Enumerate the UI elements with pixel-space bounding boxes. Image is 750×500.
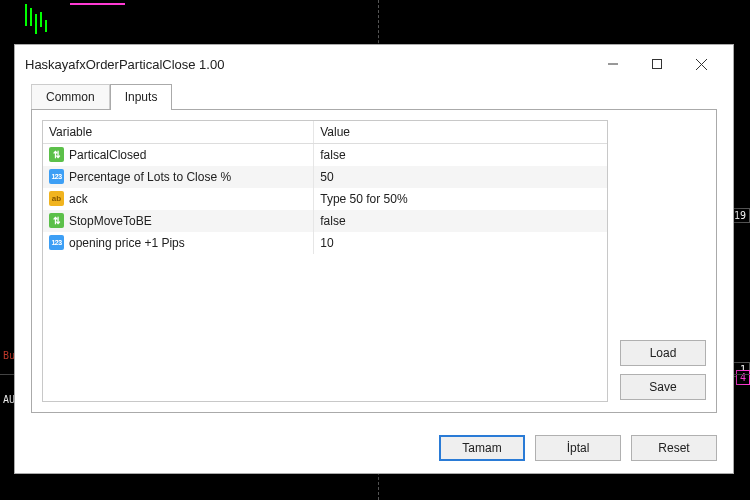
col-value[interactable]: Value	[314, 121, 607, 144]
close-button[interactable]	[679, 49, 723, 79]
tab-common[interactable]: Common	[31, 84, 110, 110]
int-icon: 123	[49, 169, 64, 184]
string-icon: ab	[49, 191, 64, 206]
dialog-buttons: Tamam İptal Reset	[15, 425, 733, 473]
titlebar: HaskayafxOrderParticalClose 1.00	[15, 45, 733, 83]
tab-panel: Variable Value ⇅ParticalClosed false 123…	[31, 109, 717, 413]
var-value[interactable]: 10	[314, 232, 607, 254]
ok-button[interactable]: Tamam	[439, 435, 525, 461]
save-button[interactable]: Save	[620, 374, 706, 400]
minimize-button[interactable]	[591, 49, 635, 79]
grid-header: Variable Value	[43, 121, 607, 144]
var-value[interactable]: 50	[314, 166, 607, 188]
var-value[interactable]: false	[314, 210, 607, 232]
var-name: opening price +1 Pips	[69, 236, 185, 250]
tabs: Common Inputs	[31, 83, 717, 109]
var-name: Percentage of Lots to Close %	[69, 170, 231, 184]
var-name: StopMoveToBE	[69, 214, 152, 228]
load-button[interactable]: Load	[620, 340, 706, 366]
cancel-button[interactable]: İptal	[535, 435, 621, 461]
window-title: HaskayafxOrderParticalClose 1.00	[25, 57, 591, 72]
svg-rect-1	[653, 60, 662, 69]
col-variable[interactable]: Variable	[43, 121, 314, 144]
grid-row[interactable]: ⇅StopMoveToBE false	[43, 210, 607, 232]
parameters-grid[interactable]: Variable Value ⇅ParticalClosed false 123…	[42, 120, 608, 402]
var-value[interactable]: Type 50 for 50%	[314, 188, 607, 210]
properties-dialog: HaskayafxOrderParticalClose 1.00 Common …	[14, 44, 734, 474]
grid-row[interactable]: aback Type 50 for 50%	[43, 188, 607, 210]
reset-button[interactable]: Reset	[631, 435, 717, 461]
price-label: 4	[736, 370, 750, 385]
tab-inputs[interactable]: Inputs	[110, 84, 173, 110]
maximize-button[interactable]	[635, 49, 679, 79]
var-value[interactable]: false	[314, 144, 607, 166]
var-name: ParticalClosed	[69, 148, 146, 162]
grid-row[interactable]: 123Percentage of Lots to Close % 50	[43, 166, 607, 188]
var-name: ack	[69, 192, 88, 206]
int-icon: 123	[49, 235, 64, 250]
grid-row[interactable]: ⇅ParticalClosed false	[43, 144, 607, 166]
bool-icon: ⇅	[49, 147, 64, 162]
bool-icon: ⇅	[49, 213, 64, 228]
grid-row[interactable]: 123opening price +1 Pips 10	[43, 232, 607, 254]
side-buttons: Load Save	[620, 120, 706, 402]
